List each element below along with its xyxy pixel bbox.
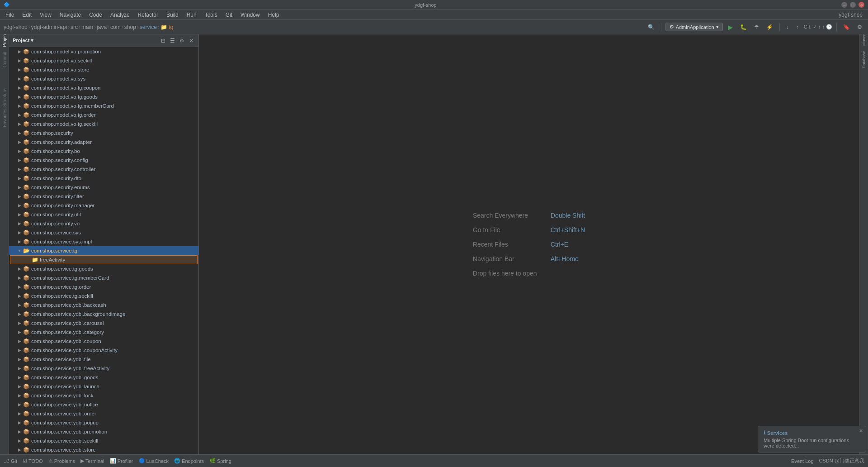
coverage-button[interactable]: ☂ (752, 23, 761, 32)
menu-analyze[interactable]: Analyze (107, 11, 133, 19)
maven-tab[interactable]: Maven (860, 36, 868, 43)
tree-item-service-tg-order[interactable]: ▶ 📦 com.shop.service.tg.order (9, 282, 198, 291)
tree-item-free-activity[interactable]: 📁 freeActivity (10, 255, 198, 264)
tree-item-security-util[interactable]: ▶ 📦 com.shop.security.util (9, 210, 198, 219)
tree-item-ydbl-store[interactable]: ▶ 📦 com.shop.service.ydbl.store (9, 445, 198, 454)
breadcrumb-com[interactable]: com (110, 24, 121, 30)
project-tab[interactable]: Project (1, 36, 8, 43)
project-panel-title[interactable]: Project ▾ (13, 38, 33, 43)
tree-item-vo-store[interactable]: ▶ 📦 com.shop.model.vo.store (9, 65, 198, 74)
endpoints-btn[interactable]: 🌐 Endpoints (174, 458, 204, 464)
project-tree[interactable]: ▶ 📦 com.shop.model.vo.promotion ▶ 📦 com.… (9, 47, 198, 454)
tree-item-security-adapter[interactable]: ▶ 📦 com.shop.security.adapter (9, 138, 198, 147)
tree-item-ydbl-order[interactable]: ▶ 📦 com.shop.service.ydbl.order (9, 409, 198, 418)
tree-item-security-controller[interactable]: ▶ 📦 com.shop.security.controller (9, 165, 198, 174)
breadcrumb-project[interactable]: ydgf-shop (4, 24, 28, 30)
menu-build[interactable]: Build (163, 11, 182, 19)
tree-item-security-manager[interactable]: ▶ 📦 com.shop.security.manager (9, 201, 198, 210)
tree-item-ydbl-lock[interactable]: ▶ 📦 com.shop.service.ydbl.lock (9, 391, 198, 400)
vcs-push-btn[interactable]: ↑ (794, 23, 801, 32)
services-notif-close-btn[interactable]: ✕ (859, 428, 863, 434)
breadcrumb-main[interactable]: main (81, 24, 93, 30)
tree-item-service-tg[interactable]: ▼ 📂 com.shop.service.tg (9, 246, 198, 255)
tree-item-ydbl-seckill[interactable]: ▶ 📦 com.shop.service.ydbl.seckill (9, 436, 198, 445)
menu-git[interactable]: Git (222, 11, 236, 19)
todo-btn[interactable]: ☑ TODO (23, 458, 43, 464)
problems-btn[interactable]: ⚠ Problems (48, 458, 75, 464)
tree-item-ydbl-carousel[interactable]: ▶ 📦 com.shop.service.ydbl.carousel (9, 319, 198, 328)
profiler-btn[interactable]: 📊 Profiler (110, 458, 133, 464)
breadcrumb-tg[interactable]: 📁 tg (160, 24, 173, 30)
panel-expand-btn[interactable]: ☰ (169, 37, 176, 44)
close-button[interactable]: ✕ (859, 2, 864, 8)
spring-btn[interactable]: 🌿 Spring (209, 458, 231, 464)
tree-item-ydbl-category[interactable]: ▶ 📦 com.shop.service.ydbl.category (9, 328, 198, 337)
menu-tools[interactable]: Tools (201, 11, 221, 19)
breadcrumb-src[interactable]: src (71, 24, 78, 30)
menu-help[interactable]: Help (264, 11, 283, 19)
favorites-tab[interactable]: Favorites (1, 114, 8, 121)
menu-refactor[interactable]: Refactor (134, 11, 162, 19)
run-config-selector[interactable]: ⚙ AdminApplication ▾ (665, 23, 723, 31)
settings-btn[interactable]: ⚙ (855, 23, 864, 32)
tree-item-security-enums[interactable]: ▶ 📦 com.shop.security.enums (9, 183, 198, 192)
tree-item-vo-goods[interactable]: ▶ 📦 com.shop.model.vo.tg.goods (9, 92, 198, 101)
tree-item-service-tg-goods[interactable]: ▶ 📦 com.shop.service.tg.goods (9, 264, 198, 273)
breadcrumb-java[interactable]: java (97, 24, 107, 30)
menu-file[interactable]: File (2, 11, 18, 19)
run-button[interactable]: ▶ (726, 22, 735, 32)
tree-item-vo-sys[interactable]: ▶ 📦 com.shop.model.vo.sys (9, 74, 198, 83)
tree-item-ydbl-couponactivity[interactable]: ▶ 📦 com.shop.service.ydbl.couponActivity (9, 346, 198, 355)
panel-collapse-btn[interactable]: ⊟ (160, 37, 167, 44)
tree-item-ydbl-coupon[interactable]: ▶ 📦 com.shop.service.ydbl.coupon (9, 337, 198, 346)
menu-window[interactable]: Window (237, 11, 264, 19)
tree-item-security-bo[interactable]: ▶ 📦 com.shop.security.bo (9, 147, 198, 156)
bookmark-btn[interactable]: 🔖 (841, 23, 852, 32)
tree-item-security-dto[interactable]: ▶ 📦 com.shop.security.dto (9, 174, 198, 183)
panel-settings-btn[interactable]: ⚙ (178, 37, 186, 44)
debug-button[interactable]: 🐛 (738, 23, 749, 32)
structure-tab[interactable]: Structure (1, 94, 8, 101)
tree-item-service-sys[interactable]: ▶ 📦 com.shop.service.sys (9, 228, 198, 237)
menu-navigate[interactable]: Navigate (56, 11, 85, 19)
tree-item-ydbl-backcash[interactable]: ▶ 📦 com.shop.service.ydbl.backcash (9, 300, 198, 310)
tree-item-service-tg-seckill[interactable]: ▶ 📦 com.shop.service.tg.seckill (9, 291, 198, 300)
tree-item-vo-coupon[interactable]: ▶ 📦 com.shop.model.vo.tg.coupon (9, 83, 198, 92)
minimize-button[interactable]: ─ (841, 2, 847, 8)
commit-tab[interactable]: Commit (1, 56, 8, 63)
tree-item-ydbl-launch[interactable]: ▶ 📦 com.shop.service.ydbl.launch (9, 382, 198, 391)
tree-item-ydbl-popup[interactable]: ▶ 📦 com.shop.service.ydbl.popup (9, 418, 198, 427)
tree-item-security[interactable]: ▶ 📦 com.shop.security (9, 129, 198, 138)
tree-item-ydbl-backgroundimage[interactable]: ▶ 📦 com.shop.service.ydbl.backgroundimag… (9, 310, 198, 319)
tree-item-ydbl-freeactivity[interactable]: ▶ 📦 com.shop.service.ydbl.freeActivity (9, 364, 198, 373)
menu-code[interactable]: Code (85, 11, 106, 19)
tree-item-vo-membercard[interactable]: ▶ 📦 com.shop.model.vo.tg.memberCard (9, 101, 198, 110)
menu-edit[interactable]: Edit (19, 11, 35, 19)
event-log-btn[interactable]: Event Log (791, 458, 814, 464)
tree-item-security-vo[interactable]: ▶ 📦 com.shop.security.vo (9, 219, 198, 228)
search-everywhere-btn[interactable]: 🔍 (646, 23, 657, 32)
luacheck-btn[interactable]: 🔵 LuaCheck (139, 458, 169, 464)
panel-close-btn[interactable]: ✕ (188, 37, 195, 44)
breadcrumb-shop[interactable]: shop (124, 24, 136, 30)
maximize-button[interactable]: □ (850, 2, 856, 8)
tree-item-service-tg-membercard[interactable]: ▶ 📦 com.shop.service.tg.memberCard (9, 273, 198, 282)
breadcrumb-service[interactable]: service (140, 24, 157, 30)
database-tab[interactable]: Database (860, 56, 868, 63)
tree-item-vo-tgseckill[interactable]: ▶ 📦 com.shop.model.vo.tg.seckill (9, 119, 198, 129)
tree-item-security-filter[interactable]: ▶ 📦 com.shop.security.filter (9, 192, 198, 201)
tree-item-ydbl-notice[interactable]: ▶ 📦 com.shop.service.ydbl.notice (9, 400, 198, 409)
menu-run[interactable]: Run (183, 11, 200, 19)
tree-item-security-config[interactable]: ▶ 📦 com.shop.security.config (9, 156, 198, 165)
menu-view[interactable]: View (36, 11, 55, 19)
profile-button[interactable]: ⚡ (764, 23, 775, 32)
tree-item-vo-order[interactable]: ▶ 📦 com.shop.model.vo.tg.order (9, 110, 198, 119)
tree-item-vo-seckill[interactable]: ▶ 📦 com.shop.model.vo.seckill (9, 56, 198, 65)
breadcrumb-module[interactable]: ydgf-admin-api (31, 24, 67, 30)
tree-item-service-sys-impl[interactable]: ▶ 📦 com.shop.service.sys.impl (9, 237, 198, 246)
terminal-btn[interactable]: ▶ Terminal (80, 458, 104, 464)
tree-item-ydbl-file[interactable]: ▶ 📦 com.shop.service.ydbl.file (9, 355, 198, 364)
git-bottom-btn[interactable]: ⎇ Git (4, 458, 17, 464)
tree-item-vo-promotion[interactable]: ▶ 📦 com.shop.model.vo.promotion (9, 47, 198, 56)
tree-item-ydbl-goods[interactable]: ▶ 📦 com.shop.service.ydbl.goods (9, 373, 198, 382)
